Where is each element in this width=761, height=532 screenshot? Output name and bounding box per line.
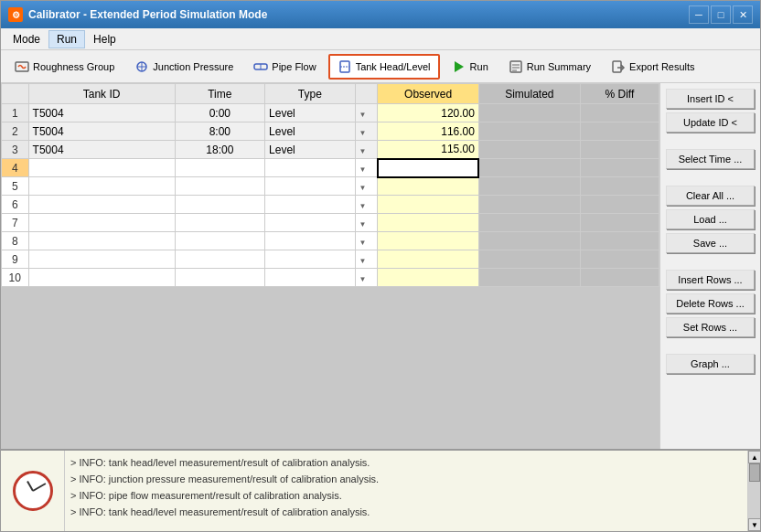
tank-head-level-button[interactable]: Tank Head/Level — [328, 54, 440, 80]
scrollbar-down-button[interactable]: ▼ — [748, 518, 760, 531]
junction-pressure-button[interactable]: Junction Pressure — [126, 54, 241, 80]
cell-pctdiff-1 — [580, 104, 659, 122]
cell-observed-10[interactable] — [378, 269, 479, 287]
cell-simulated-4 — [478, 159, 580, 177]
load-button[interactable]: Load ... — [666, 209, 755, 229]
select-time-button[interactable]: Select Time ... — [666, 149, 755, 169]
cell-time-6[interactable] — [175, 196, 264, 214]
cell-dropdown-6[interactable]: ▼ — [355, 196, 378, 214]
graph-button[interactable]: Graph ... — [666, 354, 755, 374]
insert-id-button[interactable]: Insert ID < — [666, 89, 755, 109]
cell-tank-id-1[interactable]: T5004 — [28, 104, 175, 122]
svg-marker-8 — [455, 61, 464, 72]
export-results-button[interactable]: Export Results — [603, 54, 703, 80]
cell-type-7[interactable] — [265, 214, 355, 232]
cell-type-9[interactable] — [265, 250, 355, 269]
cell-dropdown-4[interactable]: ▼ — [355, 159, 378, 177]
cell-observed-9[interactable] — [378, 250, 479, 269]
tank-icon — [338, 59, 352, 74]
cell-simulated-7 — [478, 214, 580, 232]
menu-run[interactable]: Run — [48, 30, 85, 48]
row-num-9: 9 — [2, 250, 29, 269]
cell-time-5[interactable] — [175, 177, 264, 196]
cell-time-7[interactable] — [175, 214, 264, 232]
cell-time-9[interactable] — [175, 250, 264, 269]
cell-dropdown-2[interactable]: ▼ — [355, 122, 378, 141]
cell-observed-2[interactable]: 116.00 — [378, 122, 479, 141]
toolbar: Roughness Group Junction Pressure Pipe F… — [1, 50, 760, 83]
cell-tank-id-6[interactable] — [28, 196, 175, 214]
cell-time-1[interactable]: 0:00 — [175, 104, 264, 122]
cell-pctdiff-10 — [580, 269, 659, 287]
table-row: 9 ▼ — [2, 250, 659, 269]
close-button[interactable]: ✕ — [733, 5, 753, 24]
row-num-7: 7 — [2, 214, 29, 232]
scrollbar-thumb[interactable] — [749, 463, 760, 482]
menu-help[interactable]: Help — [85, 30, 124, 48]
col-header-num — [2, 84, 29, 104]
cell-dropdown-1[interactable]: ▼ — [355, 104, 378, 122]
cell-observed-7[interactable] — [378, 214, 479, 232]
cell-type-2[interactable]: Level — [265, 122, 355, 141]
cell-tank-id-9[interactable] — [28, 250, 175, 269]
cell-dropdown-10[interactable]: ▼ — [355, 269, 378, 287]
run-button[interactable]: Run — [444, 54, 497, 80]
cell-dropdown-3[interactable]: ▼ — [355, 141, 378, 159]
row-num-4: 4 — [2, 159, 29, 177]
cell-observed-5[interactable] — [378, 177, 479, 196]
cell-type-5[interactable] — [265, 177, 355, 196]
cell-dropdown-7[interactable]: ▼ — [355, 214, 378, 232]
col-header-tank-id: Tank ID — [28, 84, 175, 104]
cell-dropdown-8[interactable]: ▼ — [355, 232, 378, 250]
cell-tank-id-8[interactable] — [28, 232, 175, 250]
table-row: 5 ▼ — [2, 177, 659, 196]
cell-simulated-10 — [478, 269, 580, 287]
cell-type-4[interactable] — [265, 159, 355, 177]
update-id-button[interactable]: Update ID < — [666, 112, 755, 133]
cell-type-1[interactable]: Level — [265, 104, 355, 122]
cell-observed-6[interactable] — [378, 196, 479, 214]
cell-type-8[interactable] — [265, 232, 355, 250]
cell-tank-id-4[interactable] — [28, 159, 175, 177]
cell-observed-8[interactable] — [378, 232, 479, 250]
insert-rows-button[interactable]: Insert Rows ... — [666, 270, 755, 290]
run-summary-button[interactable]: Run Summary — [500, 54, 599, 80]
cell-observed-3[interactable]: 115.00 — [378, 141, 479, 159]
minimize-button[interactable]: ─ — [689, 5, 709, 24]
menu-mode[interactable]: Mode — [5, 30, 48, 48]
pipe-flow-button[interactable]: Pipe Flow — [245, 54, 324, 80]
cell-observed-4[interactable] — [378, 159, 479, 177]
row-num-5: 5 — [2, 177, 29, 196]
roughness-group-button[interactable]: Roughness Group — [6, 54, 123, 80]
cell-tank-id-5[interactable] — [28, 177, 175, 196]
cell-pctdiff-6 — [580, 196, 659, 214]
clock-icon — [13, 471, 53, 511]
cell-type-6[interactable] — [265, 196, 355, 214]
cell-simulated-5 — [478, 177, 580, 196]
cell-pctdiff-4 — [580, 159, 659, 177]
cell-type-3[interactable]: Level — [265, 141, 355, 159]
table-row-selected: 4 ▼ — [2, 159, 659, 177]
set-rows-button[interactable]: Set Rows ... — [666, 317, 755, 337]
cell-dropdown-9[interactable]: ▼ — [355, 250, 378, 269]
clear-all-button[interactable]: Clear All ... — [666, 186, 755, 206]
cell-tank-id-7[interactable] — [28, 214, 175, 232]
save-button[interactable]: Save ... — [666, 233, 755, 253]
cell-time-10[interactable] — [175, 269, 264, 287]
cell-tank-id-2[interactable]: T5004 — [28, 122, 175, 141]
window-title: Calibrator - Extended Period Simulation … — [28, 8, 267, 21]
summary-icon — [509, 59, 523, 74]
cell-type-10[interactable] — [265, 269, 355, 287]
cell-time-3[interactable]: 18:00 — [175, 141, 264, 159]
cell-observed-1[interactable]: 120.00 — [378, 104, 479, 122]
cell-tank-id-10[interactable] — [28, 269, 175, 287]
cell-time-8[interactable] — [175, 232, 264, 250]
cell-time-2[interactable]: 8:00 — [175, 122, 264, 141]
cell-dropdown-5[interactable]: ▼ — [355, 177, 378, 196]
delete-rows-button[interactable]: Delete Rows ... — [666, 293, 755, 314]
maximize-button[interactable]: □ — [711, 5, 731, 24]
row-num-8: 8 — [2, 232, 29, 250]
cell-time-4[interactable] — [175, 159, 264, 177]
scrollbar-up-button[interactable]: ▲ — [748, 451, 760, 463]
cell-tank-id-3[interactable]: T5004 — [28, 141, 175, 159]
